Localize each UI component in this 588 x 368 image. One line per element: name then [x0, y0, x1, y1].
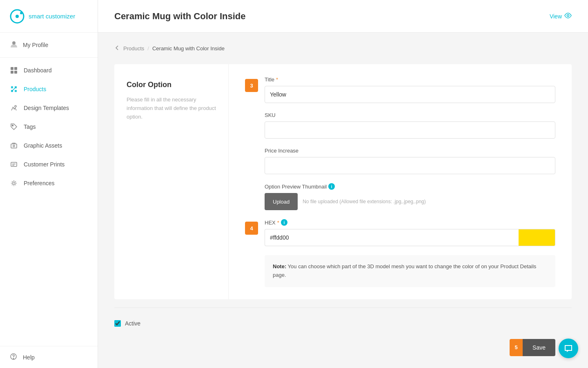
sidebar-item-customer-prints-label: Customer Prints: [24, 161, 65, 168]
breadcrumb: Products / Ceramic Mug with Color Inside: [114, 45, 572, 52]
app-logo-text: smart customizer: [29, 13, 75, 20]
preferences-icon: [10, 179, 18, 187]
sidebar-item-design-templates-label: Design Templates: [24, 105, 69, 111]
chat-bubble[interactable]: [559, 339, 578, 358]
sidebar-item-design-templates[interactable]: Design Templates: [0, 99, 98, 117]
sku-field-row: SKU: [245, 112, 555, 139]
hex-info-icon[interactable]: i: [281, 219, 287, 226]
sidebar-help-label: Help: [23, 354, 35, 361]
svg-rect-5: [14, 67, 17, 70]
svg-rect-10: [11, 144, 17, 148]
sidebar-item-products-label: Products: [24, 86, 46, 92]
sidebar: smart customizer My Profile Dashboard Pr…: [0, 0, 98, 368]
hex-label: HEX * i: [265, 219, 555, 226]
svg-point-16: [567, 15, 569, 17]
sidebar-item-preferences-label: Preferences: [24, 180, 54, 186]
svg-rect-4: [11, 67, 13, 70]
upload-row: Upload No file uploaded (Allowed file ex…: [265, 193, 555, 210]
save-button[interactable]: Save: [523, 339, 555, 356]
sku-label: SKU: [265, 112, 555, 118]
breadcrumb-current: Ceramic Mug with Color Inside: [152, 45, 225, 52]
sidebar-item-graphic-assets-label: Graphic Assets: [24, 142, 62, 149]
hex-input[interactable]: [265, 229, 519, 246]
svg-point-11: [13, 145, 15, 147]
sidebar-help[interactable]: Help: [0, 346, 98, 368]
help-icon: [10, 353, 17, 361]
hex-required: *: [277, 220, 279, 226]
sidebar-item-tags-label: Tags: [24, 123, 36, 130]
svg-rect-7: [14, 71, 17, 74]
sidebar-item-products[interactable]: Products: [0, 80, 98, 99]
note-title: Note:: [273, 263, 286, 269]
svg-rect-6: [11, 71, 13, 74]
price-label: Price Increase: [265, 148, 555, 154]
title-label: Title *: [265, 76, 555, 83]
form-right-panel: 3 Title * SKU Price Incr: [229, 64, 572, 299]
chat-icon: [564, 344, 573, 353]
title-required: *: [276, 76, 278, 83]
view-link-label: View: [550, 13, 562, 20]
customer-prints-icon: [10, 160, 18, 168]
svg-point-9: [12, 125, 13, 126]
svg-point-3: [12, 41, 16, 45]
sidebar-item-dashboard-label: Dashboard: [24, 67, 52, 74]
profile-icon: [10, 40, 18, 50]
active-checkbox[interactable]: [114, 320, 121, 327]
eye-icon: [564, 12, 572, 20]
dashboard-icon: [10, 66, 18, 74]
design-templates-icon: [10, 104, 18, 112]
color-preview: [519, 229, 555, 246]
active-row: Active: [114, 316, 572, 331]
top-header: Ceramic Mug with Color Inside View: [98, 0, 588, 33]
svg-rect-12: [11, 162, 17, 166]
thumbnail-label: Option Preview Thumbnail i: [265, 183, 555, 190]
breadcrumb-products[interactable]: Products: [123, 45, 144, 52]
sidebar-profile[interactable]: My Profile: [0, 33, 98, 58]
price-input[interactable]: [265, 157, 555, 174]
section-title: Color Option: [127, 81, 216, 89]
sidebar-item-preferences[interactable]: Preferences: [0, 174, 98, 193]
note-text: You can choose which part of the 3D mode…: [273, 263, 536, 278]
sku-input[interactable]: [265, 121, 555, 139]
sidebar-logo: smart customizer: [0, 0, 98, 33]
upload-hint: No file uploaded (Allowed file extension…: [303, 199, 555, 204]
hex-row: [265, 229, 555, 246]
svg-point-2: [20, 12, 22, 14]
breadcrumb-separator: /: [147, 45, 149, 52]
tags-icon: [10, 123, 18, 131]
main-content: Ceramic Mug with Color Inside View Produ…: [98, 0, 588, 368]
upload-button[interactable]: Upload: [265, 193, 298, 210]
step-5-badge: 5: [510, 339, 523, 356]
step-3-badge: 3: [245, 79, 258, 92]
page-title: Ceramic Mug with Color Inside: [114, 11, 245, 22]
sidebar-item-customer-prints[interactable]: Customer Prints: [0, 155, 98, 174]
step-4-badge: 4: [245, 222, 258, 235]
active-label: Active: [125, 320, 140, 327]
sidebar-item-tags[interactable]: Tags: [0, 117, 98, 136]
action-bar: 5 Save: [114, 331, 572, 364]
title-field-row: 3 Title *: [245, 76, 555, 103]
sidebar-item-dashboard[interactable]: Dashboard: [0, 61, 98, 80]
svg-point-15: [13, 358, 14, 359]
svg-point-1: [16, 15, 19, 18]
content-area: Products / Ceramic Mug with Color Inside…: [98, 33, 588, 368]
graphic-assets-icon: [10, 141, 18, 150]
form-left-panel: Color Option Please fill in all the nece…: [114, 64, 229, 299]
note-box: Note: You can choose which part of the 3…: [265, 255, 555, 287]
sidebar-profile-label: My Profile: [23, 42, 48, 48]
back-arrow-icon[interactable]: [114, 45, 120, 52]
app-logo-icon: [10, 9, 24, 24]
sidebar-nav: Dashboard Products Design Templates Tags: [0, 58, 98, 346]
title-input[interactable]: [265, 86, 555, 103]
thumbnail-field-row: Option Preview Thumbnail i Upload No fil…: [245, 183, 555, 210]
form-card: Color Option Please fill in all the nece…: [114, 64, 572, 299]
thumbnail-info-icon[interactable]: i: [328, 183, 335, 190]
divider: [114, 307, 572, 308]
svg-point-13: [13, 182, 15, 184]
hex-field-row: 4 HEX * i: [245, 219, 555, 246]
view-link[interactable]: View: [550, 12, 572, 20]
sidebar-item-graphic-assets[interactable]: Graphic Assets: [0, 136, 98, 155]
products-icon: [10, 85, 18, 93]
section-description: Please fill in all the necessary informa…: [127, 96, 216, 121]
price-field-row: Price Increase: [245, 148, 555, 174]
